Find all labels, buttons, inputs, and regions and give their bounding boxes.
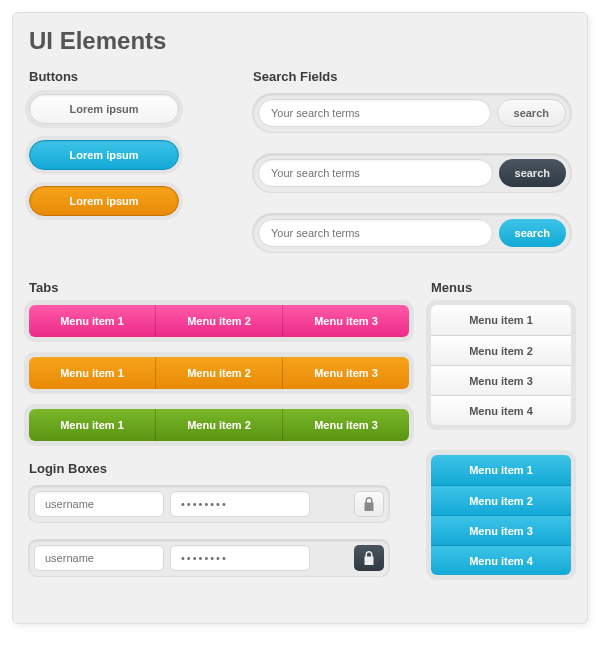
search-field-light: search	[253, 94, 571, 132]
tab-item[interactable]: Menu item 2	[155, 305, 282, 337]
tab-item[interactable]: Menu item 1	[29, 357, 155, 389]
vertical-menu-white: Menu item 1 Menu item 2 Menu item 3 Menu…	[431, 305, 571, 425]
tab-item[interactable]: Menu item 3	[282, 305, 409, 337]
search-input[interactable]	[258, 99, 491, 127]
search-section: Search Fields search search search	[253, 69, 571, 274]
page-title: UI Elements	[29, 27, 571, 55]
tab-item[interactable]: Menu item 3	[282, 357, 409, 389]
buttons-section: Buttons Lorem ipsum Lorem ipsum Lorem ip…	[29, 69, 229, 274]
search-field-blue: search	[253, 214, 571, 252]
menu-item[interactable]: Menu item 3	[431, 515, 571, 545]
search-input[interactable]	[258, 219, 493, 247]
tabbar-orange: Menu item 1 Menu item 2 Menu item 3	[29, 357, 409, 389]
username-input[interactable]	[34, 545, 164, 571]
mid-row: Tabs Menu item 1 Menu item 2 Menu item 3…	[29, 274, 571, 605]
login-submit-button[interactable]	[354, 491, 384, 517]
button-blue[interactable]: Lorem ipsum	[29, 140, 179, 170]
lock-icon	[363, 497, 375, 511]
tab-item[interactable]: Menu item 2	[155, 409, 282, 441]
button-white[interactable]: Lorem ipsum	[29, 94, 179, 124]
menu-item[interactable]: Menu item 1	[431, 305, 571, 335]
search-button[interactable]: search	[499, 159, 566, 187]
lock-icon	[363, 551, 375, 565]
menu-item[interactable]: Menu item 4	[431, 395, 571, 425]
search-button[interactable]: search	[497, 99, 566, 127]
tab-item[interactable]: Menu item 2	[155, 357, 282, 389]
button-orange[interactable]: Lorem ipsum	[29, 186, 179, 216]
tabbar-pink: Menu item 1 Menu item 2 Menu item 3	[29, 305, 409, 337]
search-heading: Search Fields	[253, 69, 571, 84]
tabs-heading: Tabs	[29, 280, 409, 295]
menu-item[interactable]: Menu item 2	[431, 485, 571, 515]
tab-item[interactable]: Menu item 1	[29, 409, 155, 441]
search-button[interactable]: search	[499, 219, 566, 247]
menu-item[interactable]: Menu item 3	[431, 365, 571, 395]
panel: UI Elements Buttons Lorem ipsum Lorem ip…	[12, 12, 588, 624]
password-input[interactable]	[170, 491, 310, 517]
search-field-dark: search	[253, 154, 571, 192]
login-box-dark	[29, 540, 389, 576]
username-input[interactable]	[34, 491, 164, 517]
tabbar-green: Menu item 1 Menu item 2 Menu item 3	[29, 409, 409, 441]
tab-item[interactable]: Menu item 3	[282, 409, 409, 441]
vertical-menu-blue: Menu item 1 Menu item 2 Menu item 3 Menu…	[431, 455, 571, 575]
menu-item[interactable]: Menu item 4	[431, 545, 571, 575]
password-input[interactable]	[170, 545, 310, 571]
menus-heading: Menus	[431, 280, 571, 295]
login-box-light	[29, 486, 389, 522]
top-row: Buttons Lorem ipsum Lorem ipsum Lorem ip…	[29, 69, 571, 274]
buttons-heading: Buttons	[29, 69, 229, 84]
search-input[interactable]	[258, 159, 493, 187]
menus-section: Menus Menu item 1 Menu item 2 Menu item …	[431, 280, 571, 605]
menu-item[interactable]: Menu item 1	[431, 455, 571, 485]
menu-item[interactable]: Menu item 2	[431, 335, 571, 365]
login-heading: Login Boxes	[29, 461, 409, 476]
tabs-section: Tabs Menu item 1 Menu item 2 Menu item 3…	[29, 280, 409, 605]
tab-item[interactable]: Menu item 1	[29, 305, 155, 337]
login-submit-button[interactable]	[354, 545, 384, 571]
